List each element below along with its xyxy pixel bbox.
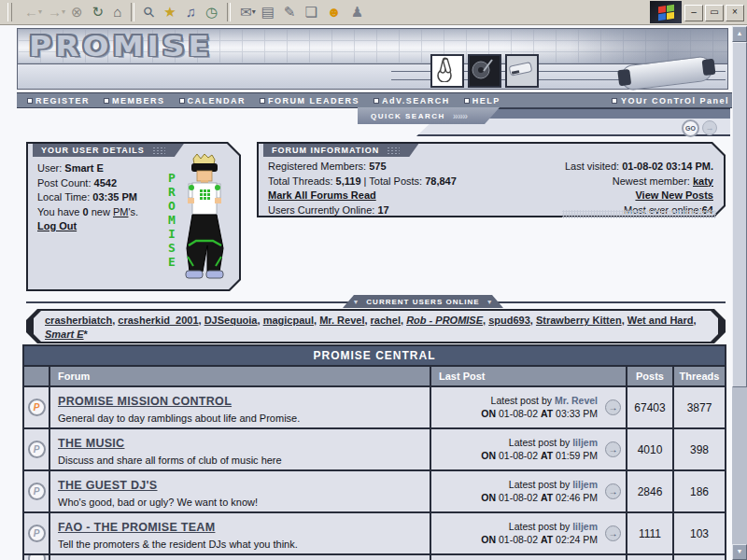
online-user-link[interactable]: crasherkid_2001 <box>118 315 198 326</box>
forum-cell: THE MUSIC Discuss and share all forms of… <box>50 429 430 469</box>
total-posts-value: 78,847 <box>425 175 457 187</box>
nav-label: HELP <box>472 96 500 105</box>
nav-item-members[interactable]: MEMBERS <box>105 96 165 105</box>
online-user-link[interactable]: Smart E <box>45 329 84 340</box>
nav-label: REGISTER <box>35 96 90 105</box>
header-last-post: Last Post <box>431 367 626 385</box>
newest-member-label: Newest member: <box>613 175 690 187</box>
scrollbar-thumb[interactable] <box>732 42 747 387</box>
forum-title-link[interactable]: PROMISE MISSION CONTROL <box>58 395 232 408</box>
right-arrow-icon: → <box>609 529 618 539</box>
forum-cell: PROMISE MISSION CONTROL General day to d… <box>50 387 430 427</box>
total-threads-value: 5,119 <box>336 175 361 187</box>
threads-count-cell: 186 <box>674 471 725 511</box>
forum-icon-cell <box>24 555 49 560</box>
goto-last-post-button[interactable]: → <box>605 483 621 499</box>
forum-information-title: FORUM INFORMATION <box>272 146 379 155</box>
last-post-cell: Latest post by liljem ON 01-08-02 AT 01:… <box>431 429 626 469</box>
bullet-icon <box>28 99 32 103</box>
nav-item-help[interactable]: HELP <box>465 96 500 105</box>
nav-item-control-panel[interactable]: YOUr COnTrOl Panel <box>613 96 732 105</box>
restore-button[interactable]: ▭ <box>705 5 724 21</box>
history-icon[interactable]: ◷ <box>201 2 222 22</box>
bullet-icon <box>374 99 378 103</box>
messenger-icon[interactable]: ☻ <box>322 2 346 22</box>
forum-table: PROMISE CENTRAL Forum Last Post Posts Th… <box>22 344 726 560</box>
svg-text:I: I <box>168 227 176 241</box>
last-post-date: 01-08-02 <box>499 534 538 545</box>
forum-title-link[interactable]: THE MUSIC <box>58 437 124 450</box>
user-details-header: YOUR USER DETAILS <box>33 144 184 157</box>
online-user-link[interactable]: Wet and Hard <box>627 315 694 326</box>
forum-cell: FAO - THE PROMISE TEAM Tell the promoter… <box>50 513 430 553</box>
user-icon[interactable]: ♟ <box>346 2 368 22</box>
forum-title-link[interactable]: THE GUEST DJ'S <box>58 479 158 492</box>
quick-search-go-button[interactable]: GO <box>682 119 699 137</box>
user-details-content: User: Smart E Post Count: 4542 Local Tim… <box>37 161 138 234</box>
forum-category-title: PROMISE CENTRAL <box>24 346 725 365</box>
p-glyph: P <box>34 529 40 539</box>
scroll-down-button[interactable]: ▼ <box>732 544 747 560</box>
at-label: AT <box>541 450 553 461</box>
forum-title-link[interactable]: FAO - THE PROMISE TEAM <box>58 521 215 534</box>
at-label: AT <box>541 408 553 419</box>
mark-all-forums-read-link[interactable]: Mark All Forums Read <box>268 189 376 201</box>
online-user-link[interactable]: Strawberry Kitten <box>536 315 622 326</box>
nav-item-adv-search[interactable]: AdV.SEARCH <box>374 96 450 105</box>
crossed-fingers-image <box>430 54 464 88</box>
newest-member-link[interactable]: katy <box>693 175 713 187</box>
last-poster-link[interactable]: Mr. Revel <box>555 395 598 406</box>
header-threads: Threads <box>674 367 725 385</box>
nav-item-forum-leaders[interactable]: FORUM LEADERS <box>261 96 359 105</box>
discuss-icon[interactable]: ❏ <box>300 2 321 22</box>
post-count-label: Post Count: <box>37 177 91 189</box>
current-users-online-header[interactable]: ▼ CURRENT USERS ONLINE ▼ <box>343 295 503 308</box>
close-button[interactable]: × <box>726 5 744 21</box>
online-user-link[interactable]: Mr. Revel <box>319 315 364 326</box>
goto-last-post-button[interactable]: → <box>605 441 621 457</box>
online-user-link[interactable]: DJSequoia <box>204 315 258 326</box>
minimize-button[interactable]: – <box>684 5 703 21</box>
posts-count-cell: 67403 <box>627 387 672 427</box>
forum-information-body: FORUM INFORMATION Registered Members: 57… <box>259 144 724 216</box>
registered-members-label: Registered Members: <box>268 161 366 172</box>
watermark-dots <box>562 210 716 218</box>
goto-last-post-button[interactable]: → <box>605 399 621 415</box>
scroll-up-button[interactable]: ▲ <box>732 26 747 42</box>
edit-icon[interactable]: ✎ <box>279 2 301 22</box>
online-user-link[interactable]: Rob - PROMISE <box>406 315 483 326</box>
logout-link[interactable]: Log Out <box>37 220 77 231</box>
last-poster-link[interactable]: liljem <box>572 479 598 490</box>
svg-text:M: M <box>168 213 176 227</box>
chevrons-icon: »»» <box>453 110 467 121</box>
nav-item-register[interactable]: REGISTER <box>28 96 90 105</box>
online-user-link[interactable]: spud693 <box>488 315 530 326</box>
toolbar-grip[interactable] <box>7 3 12 21</box>
vertical-scrollbar[interactable]: ▲ ▼ <box>732 26 747 560</box>
print-icon[interactable]: ▤ <box>257 2 279 22</box>
forum-row: P THE GUEST DJ'S Who's good, bad or ugly… <box>24 471 725 511</box>
last-poster-link[interactable]: liljem <box>572 437 598 448</box>
online-user-link[interactable]: crasherbiatch <box>45 315 112 326</box>
forum-row: P THE MUSIC Discuss and share all forms … <box>24 429 725 469</box>
goto-last-post-button[interactable]: → <box>605 525 621 541</box>
forum-cell <box>50 555 430 560</box>
users-online-list: crasherbiatch, crasherkid_2001, DJSequoi… <box>34 311 718 344</box>
media-icon[interactable]: ♫ <box>181 2 201 22</box>
last-post-time: 02:46 PM <box>556 492 598 503</box>
nav-item-calendar[interactable]: CALENDAR <box>180 96 247 105</box>
stop-icon[interactable]: ⊗ <box>66 2 88 22</box>
header-icon-cell <box>24 367 49 385</box>
online-user-link[interactable]: rachel <box>371 315 401 326</box>
refresh-icon[interactable]: ↻ <box>88 2 109 22</box>
home-icon[interactable]: ⌂ <box>108 2 126 22</box>
local-time-value: 03:35 PM <box>92 191 137 203</box>
forum-description: Tell the promoters & the resident DJs wh… <box>58 539 430 550</box>
last-poster-link[interactable]: liljem <box>572 521 598 532</box>
right-arrow-icon: → <box>609 403 618 413</box>
p-glyph: P <box>34 445 40 455</box>
view-new-posts-link[interactable]: View New Posts <box>635 189 713 201</box>
online-user-link[interactable]: magicpaul <box>263 315 314 326</box>
svg-text:O: O <box>168 199 176 213</box>
pm-link[interactable]: PM <box>113 206 129 217</box>
